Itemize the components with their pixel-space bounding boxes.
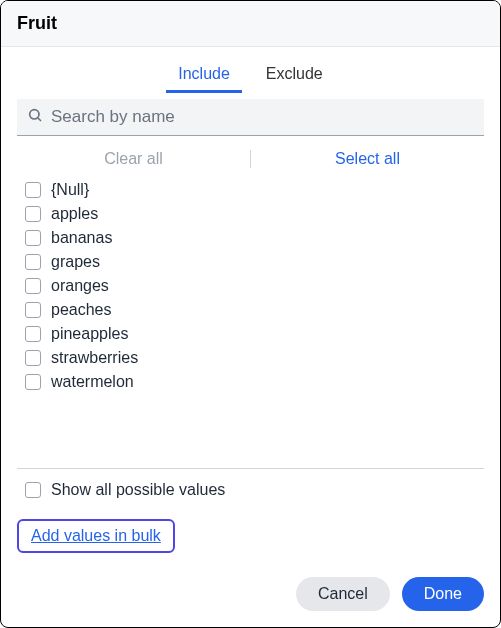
checkbox[interactable]	[25, 374, 41, 390]
checkbox[interactable]	[25, 350, 41, 366]
clear-all-button[interactable]: Clear all	[17, 150, 251, 168]
list-item-label: apples	[51, 205, 98, 223]
done-button[interactable]: Done	[402, 577, 484, 611]
list-item-label: oranges	[51, 277, 109, 295]
dialog-footer: Cancel Done	[1, 553, 500, 627]
svg-point-0	[30, 110, 39, 119]
list-item-label: bananas	[51, 229, 112, 247]
list-item-label: grapes	[51, 253, 100, 271]
show-all-row[interactable]: Show all possible values	[1, 469, 500, 505]
list-item[interactable]: {Null}	[25, 178, 476, 202]
list-item[interactable]: oranges	[25, 274, 476, 298]
tab-include[interactable]: Include	[170, 61, 238, 93]
list-item-label: watermelon	[51, 373, 134, 391]
list-item-label: peaches	[51, 301, 112, 319]
filter-dialog: Fruit Include Exclude Clear all Select a…	[0, 0, 501, 628]
checkbox[interactable]	[25, 302, 41, 318]
checkbox[interactable]	[25, 482, 41, 498]
dialog-header: Fruit	[1, 1, 500, 47]
checkbox[interactable]	[25, 230, 41, 246]
list-item[interactable]: strawberries	[25, 346, 476, 370]
search-input[interactable]	[51, 107, 474, 127]
bulk-container: Add values in bulk	[1, 505, 500, 553]
list-item[interactable]: bananas	[25, 226, 476, 250]
bulk-actions: Clear all Select all	[1, 136, 500, 178]
list-item[interactable]: pineapples	[25, 322, 476, 346]
checkbox[interactable]	[25, 254, 41, 270]
show-all-label: Show all possible values	[51, 481, 225, 499]
list-item[interactable]: apples	[25, 202, 476, 226]
checkbox[interactable]	[25, 278, 41, 294]
svg-line-1	[38, 118, 41, 121]
checkbox[interactable]	[25, 326, 41, 342]
tab-exclude[interactable]: Exclude	[258, 61, 331, 93]
list-item-label: strawberries	[51, 349, 138, 367]
value-list: {Null} apples bananas grapes oranges pea…	[1, 178, 500, 452]
checkbox[interactable]	[25, 206, 41, 222]
cancel-button[interactable]: Cancel	[296, 577, 390, 611]
tabs: Include Exclude	[1, 47, 500, 93]
list-item[interactable]: watermelon	[25, 370, 476, 394]
list-item[interactable]: grapes	[25, 250, 476, 274]
list-item-label: {Null}	[51, 181, 89, 199]
checkbox[interactable]	[25, 182, 41, 198]
list-item-label: pineapples	[51, 325, 128, 343]
list-item[interactable]: peaches	[25, 298, 476, 322]
add-values-bulk-link[interactable]: Add values in bulk	[17, 519, 175, 553]
search-box	[17, 99, 484, 136]
select-all-button[interactable]: Select all	[251, 150, 484, 168]
dialog-title: Fruit	[17, 13, 484, 34]
search-icon	[27, 107, 43, 127]
search-container	[1, 93, 500, 136]
